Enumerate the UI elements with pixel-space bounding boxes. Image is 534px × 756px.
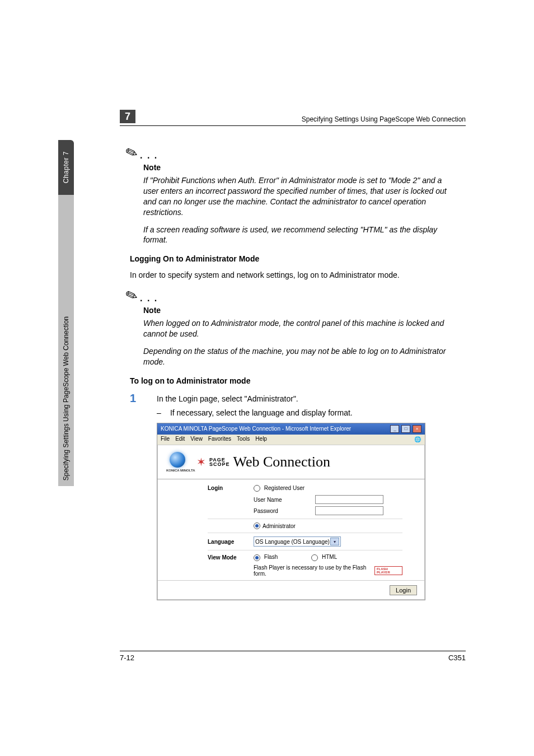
html-label: HTML bbox=[322, 554, 337, 560]
ellipsis-icon: . . . bbox=[140, 151, 158, 162]
divider bbox=[208, 519, 402, 519]
side-tab-section: Specifying Settings Using PageScope Web … bbox=[58, 195, 74, 486]
note-label-2: Note bbox=[143, 306, 452, 315]
note1-para2: If a screen reading software is used, we… bbox=[143, 225, 452, 246]
step-1-row: 1 In the Login page, select "Administrat… bbox=[130, 392, 452, 405]
username-input[interactable] bbox=[315, 495, 383, 504]
step-number: 1 bbox=[130, 392, 157, 405]
flash-player-badge-icon: FLASH PLAYER bbox=[374, 566, 402, 575]
pagescope-icon: ✶ bbox=[196, 455, 206, 469]
login-screenshot: KONICA MINOLTA PageScope Web Connection … bbox=[157, 423, 425, 600]
step-1-substep: – If necessary, select the language and … bbox=[157, 408, 452, 417]
running-header: 7 Specifying Settings Using PageScope We… bbox=[120, 110, 466, 126]
page-footer: 7-12 C351 bbox=[120, 651, 466, 662]
flash-notice-row: Flash Player is necessary to use by the … bbox=[254, 564, 402, 577]
flash-radio[interactable] bbox=[254, 554, 260, 561]
menu-tools[interactable]: Tools bbox=[237, 436, 250, 444]
pencil-icon: ✎ bbox=[123, 143, 140, 164]
viewmode-label: View Mode bbox=[208, 554, 254, 561]
divider bbox=[208, 533, 402, 533]
ellipsis-icon: . . . bbox=[140, 293, 158, 305]
administrator-radio[interactable] bbox=[254, 522, 260, 529]
menubar: File Edit View Favorites Tools Help 🌐 bbox=[157, 435, 425, 445]
window-titlebar: KONICA MINOLTA PageScope Web Connection … bbox=[157, 423, 425, 435]
flash-notice-text: Flash Player is necessary to use by the … bbox=[254, 564, 371, 577]
divider bbox=[208, 550, 402, 550]
flash-label: Flash bbox=[264, 554, 278, 560]
menu-help[interactable]: Help bbox=[255, 436, 267, 444]
registered-user-radio[interactable] bbox=[254, 485, 260, 492]
pagescope-brand: ✶ PAGE SCOPE Web Connection bbox=[196, 454, 330, 470]
section-heading-login-admin: Logging On to Administrator Mode bbox=[130, 254, 452, 263]
menu-file[interactable]: File bbox=[161, 436, 170, 444]
close-icon[interactable]: × bbox=[413, 425, 421, 433]
maximize-icon[interactable]: □ bbox=[401, 425, 410, 433]
step-1-substep-text: If necessary, select the language and di… bbox=[170, 408, 353, 417]
konica-minolta-text: KONICA MINOLTA bbox=[166, 469, 189, 472]
side-tab-chapter-label: Chapter 7 bbox=[62, 151, 70, 183]
brand-banner: KONICA MINOLTA ✶ PAGE SCOPE Web Connecti… bbox=[157, 445, 425, 479]
section-heading-to-log-on: To log on to Administrator mode bbox=[130, 376, 452, 385]
side-tab-chapter: Chapter 7 bbox=[58, 140, 74, 195]
note-icon-row: ✎ . . . bbox=[125, 144, 452, 162]
note-label: Note bbox=[143, 163, 452, 172]
menu-view[interactable]: View bbox=[190, 436, 203, 444]
konica-minolta-logo: KONICA MINOLTA bbox=[166, 452, 189, 472]
dash-icon: – bbox=[157, 408, 168, 417]
registered-user-label: Registered User bbox=[264, 485, 305, 491]
note2-para2: Depending on the status of the machine, … bbox=[143, 346, 452, 367]
side-tab: Chapter 7 Specifying Settings Using Page… bbox=[58, 140, 74, 521]
chevron-down-icon: ▾ bbox=[330, 538, 339, 545]
web-connection-title: Web Connection bbox=[233, 454, 330, 470]
language-label: Language bbox=[208, 539, 254, 545]
menu-favorites[interactable]: Favorites bbox=[208, 436, 231, 444]
screenshot-footer: Login bbox=[157, 580, 425, 600]
pencil-icon: ✎ bbox=[123, 286, 140, 306]
model-label: C351 bbox=[448, 654, 466, 662]
chapter-number: 7 bbox=[120, 110, 135, 123]
login-button[interactable]: Login bbox=[390, 585, 417, 595]
html-radio[interactable] bbox=[311, 554, 318, 561]
running-title: Specifying Settings Using PageScope Web … bbox=[142, 115, 466, 123]
note2-para1: When logged on to Administrator mode, th… bbox=[143, 318, 452, 339]
note-icon-row-2: ✎ . . . bbox=[125, 287, 452, 305]
login-form: Login Registered User User Name Password bbox=[157, 479, 425, 580]
administrator-label: Administrator bbox=[263, 523, 296, 529]
pagescope-stack: PAGE SCOPE bbox=[209, 458, 230, 466]
password-label: Password bbox=[254, 508, 315, 514]
side-tab-section-label: Specifying Settings Using PageScope Web … bbox=[62, 316, 70, 480]
language-select[interactable]: OS Language (OS Language) ▾ bbox=[254, 536, 341, 547]
page-number: 7-12 bbox=[120, 654, 134, 662]
ie-logo-icon: 🌐 bbox=[414, 436, 421, 444]
login-label: Login bbox=[208, 485, 254, 491]
section1-body: In order to specify system and network s… bbox=[130, 270, 452, 281]
note1-para1: If "Prohibit Functions when Auth. Error"… bbox=[143, 175, 452, 218]
language-value: OS Language (OS Language) bbox=[255, 539, 330, 545]
window-title: KONICA MINOLTA PageScope Web Connection … bbox=[161, 426, 351, 432]
menu-edit[interactable]: Edit bbox=[175, 436, 185, 444]
globe-icon bbox=[170, 452, 185, 468]
password-input[interactable] bbox=[315, 506, 383, 515]
minimize-icon[interactable]: _ bbox=[390, 425, 399, 433]
pagescope-line2: SCOPE bbox=[209, 462, 230, 466]
username-label: User Name bbox=[254, 497, 315, 503]
window-controls: _ □ × bbox=[390, 425, 421, 433]
step-1-text: In the Login page, select "Administrator… bbox=[157, 392, 298, 403]
